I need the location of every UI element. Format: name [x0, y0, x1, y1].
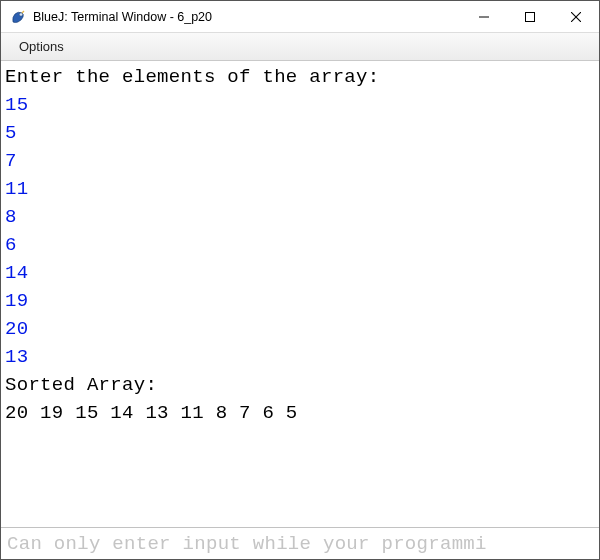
- terminal-line: 15: [5, 91, 595, 119]
- window-controls: [461, 1, 599, 32]
- titlebar: BlueJ: Terminal Window - 6_p20: [1, 1, 599, 33]
- terminal-line: 13: [5, 343, 595, 371]
- window-title: BlueJ: Terminal Window - 6_p20: [33, 10, 461, 24]
- terminal-output: Enter the elements of the array:15571186…: [1, 61, 599, 527]
- minimize-button[interactable]: [461, 1, 507, 32]
- terminal-line: 20: [5, 315, 595, 343]
- terminal-line: 6: [5, 231, 595, 259]
- input-placeholder: Can only enter input while your programm…: [7, 533, 487, 555]
- svg-point-0: [19, 12, 22, 15]
- bluej-icon: [9, 8, 27, 26]
- terminal-line: 7: [5, 147, 595, 175]
- svg-rect-2: [526, 12, 535, 21]
- terminal-line: 8: [5, 203, 595, 231]
- menu-options[interactable]: Options: [11, 36, 72, 57]
- close-button[interactable]: [553, 1, 599, 32]
- maximize-button[interactable]: [507, 1, 553, 32]
- terminal-line: 20 19 15 14 13 11 8 7 6 5: [5, 399, 595, 427]
- menubar: Options: [1, 33, 599, 61]
- terminal-line: 19: [5, 287, 595, 315]
- terminal-line: 11: [5, 175, 595, 203]
- terminal-line: 14: [5, 259, 595, 287]
- terminal-line: Enter the elements of the array:: [5, 63, 595, 91]
- terminal-line: Sorted Array:: [5, 371, 595, 399]
- terminal-line: 5: [5, 119, 595, 147]
- terminal-input[interactable]: Can only enter input while your programm…: [1, 527, 599, 559]
